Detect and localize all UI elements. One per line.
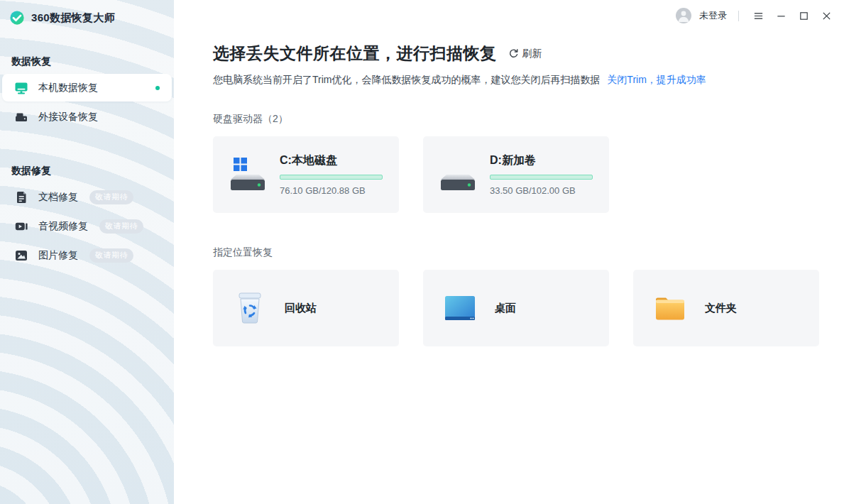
location-label: 回收站 [285,302,317,315]
titlebar-divider [738,11,739,21]
external-device-icon [14,110,28,124]
drive-usage-text: 76.10 GB/120.88 GB [280,185,383,196]
coming-soon-badge: 敬请期待 [89,190,133,204]
app-window: 360数据恢复大师 数据恢复 本机数据恢复 [0,0,844,504]
location-label: 文件夹 [705,302,737,315]
location-label: 桌面 [495,302,516,315]
sidebar-item-local-recovery[interactable]: 本机数据恢复 [2,74,172,102]
locations-section-label: 指定位置恢复 [213,246,827,259]
sidebar-item-external-recovery[interactable]: 外接设备恢复 [2,103,172,131]
coming-soon-badge: 敬请期待 [99,219,143,234]
sidebar-item-label: 音视频修复 [38,220,88,233]
drive-usage-text: 33.50 GB/102.00 GB [490,185,593,196]
recycle-bin-icon [234,292,265,324]
coming-soon-badge: 敬请期待 [89,248,133,263]
windows-drive-icon [228,156,268,193]
refresh-icon [508,48,519,59]
sidebar-item-label: 本机数据恢复 [38,82,98,94]
drive-card-d[interactable]: D:新加卷 33.50 GB/102.00 GB [423,136,609,213]
close-icon[interactable] [817,6,835,25]
location-card-folder[interactable]: 文件夹 [633,270,819,346]
drive-icon [438,156,478,193]
video-icon [14,219,28,234]
drive-card-c[interactable]: C:本地磁盘 76.10 GB/120.88 GB [213,136,399,213]
sidebar-item-document-repair[interactable]: 文档修复 敬请期待 [2,183,172,211]
drive-name: D:新加卷 [490,153,593,168]
refresh-button[interactable]: 刷新 [508,48,542,60]
monitor-icon [14,81,28,95]
minimize-icon[interactable] [772,6,790,25]
login-status[interactable]: 未登录 [699,9,727,22]
sidebar: 360数据恢复大师 数据恢复 本机数据恢复 [0,0,174,504]
maximize-icon[interactable] [794,6,813,25]
sidebar-section-label-recovery: 数据恢复 [11,55,174,68]
active-indicator-dot [155,86,160,90]
brand: 360数据恢复大师 [0,0,174,26]
page-title: 选择丢失文件所在位置，进行扫描恢复 [213,43,497,65]
app-logo-icon [9,10,25,26]
folder-icon [654,292,686,324]
sidebar-item-label: 图片修复 [38,249,78,262]
trim-notice: 您电脑系统当前开启了Trim优化，会降低数据恢复成功的概率，建议您关闭后再扫描数… [213,74,827,87]
drives-section-label: 硬盘驱动器（2） [213,113,827,126]
drive-usage-bar [280,175,383,180]
trim-notice-text: 您电脑系统当前开启了Trim优化，会降低数据恢复成功的概率，建议您关闭后再扫描数… [213,74,600,85]
location-card-row: 回收站 桌面 [213,270,827,346]
drive-usage-bar [490,175,593,180]
main-content: 未登录 选择丢失文件所在位置，进行扫描恢复 刷新 [174,0,844,504]
app-title: 360数据恢复大师 [31,11,115,25]
document-icon [14,190,28,204]
drive-name: C:本地磁盘 [280,153,383,168]
titlebar-controls: 未登录 [676,0,844,31]
sidebar-section-label-repair: 数据修复 [11,165,174,177]
location-card-recycle-bin[interactable]: 回收站 [213,270,399,346]
sidebar-item-label: 文档修复 [38,191,78,204]
sidebar-item-image-repair[interactable]: 图片修复 敬请期待 [2,241,172,269]
location-card-desktop[interactable]: 桌面 [423,270,609,346]
avatar-icon[interactable] [676,8,691,23]
image-icon [14,248,28,263]
sidebar-item-label: 外接设备恢复 [38,111,98,124]
refresh-label: 刷新 [522,48,542,60]
disable-trim-link[interactable]: 关闭Trim，提升成功率 [607,74,706,85]
sidebar-item-av-repair[interactable]: 音视频修复 敬请期待 [2,212,172,240]
drive-card-row: C:本地磁盘 76.10 GB/120.88 GB [213,136,827,213]
desktop-icon [444,292,476,324]
menu-icon[interactable] [749,6,767,25]
